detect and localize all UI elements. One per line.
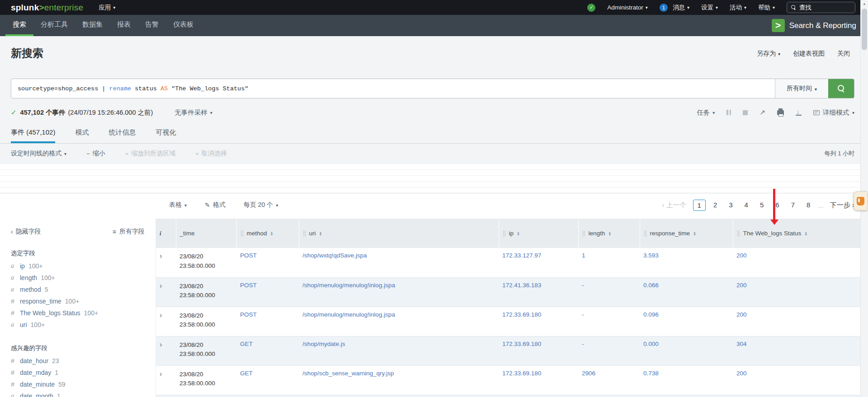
page-action[interactable]: 创建表视图 (793, 50, 825, 58)
method-value[interactable]: GET (240, 370, 253, 377)
scroll-up-arrow[interactable]: ▲ (861, 0, 868, 8)
column-header-_time[interactable]: _time (176, 219, 236, 248)
response-time-value[interactable]: 0.066 (643, 282, 659, 289)
page-number-1[interactable]: 1 (693, 200, 706, 211)
all-fields-button[interactable]: ≡ 所有字段 (113, 228, 145, 236)
export-icon[interactable] (796, 110, 802, 116)
search-mode-menu[interactable]: 详细模式 (813, 108, 854, 117)
appnav-item-数据集[interactable]: 数据集 (75, 15, 110, 36)
histogram-bar[interactable] (324, 192, 354, 192)
histogram-bar[interactable] (168, 192, 198, 192)
appnav-item-分析工具[interactable]: 分析工具 (33, 15, 75, 36)
column-drag-handle[interactable] (737, 230, 740, 237)
histogram-bar[interactable] (292, 192, 323, 192)
table-menu[interactable]: 表格 (169, 201, 187, 209)
time-range-picker[interactable]: 所有时间 (775, 79, 828, 98)
field-item-date_month[interactable]: adate_month1 (11, 390, 145, 397)
ip-value[interactable]: 172.33.69.180 (502, 341, 541, 347)
histogram-bar[interactable] (667, 192, 698, 192)
histogram-bar[interactable] (636, 192, 667, 192)
print-icon[interactable] (777, 110, 784, 115)
tab-统计信息[interactable]: 统计信息 (108, 124, 136, 143)
event-sampling-menu[interactable]: 无事件采样 (175, 108, 212, 117)
histogram-bar[interactable] (823, 192, 854, 192)
histogram-bar[interactable] (730, 192, 760, 192)
response-time-value[interactable]: 0.738 (643, 370, 659, 377)
status-value[interactable]: 200 (736, 311, 747, 318)
field-item-date_hour[interactable]: #date_hour23 (11, 355, 145, 367)
appnav-item-仪表板[interactable]: 仪表板 (166, 15, 201, 36)
histogram-bar[interactable] (137, 192, 167, 192)
column-drag-handle[interactable] (644, 230, 647, 237)
uri-value[interactable]: /shop/menulog/menulog!inlog.jspa (302, 311, 395, 318)
expand-event-button[interactable]: › (156, 277, 176, 307)
histogram-bar[interactable] (43, 192, 74, 192)
zoom-out-button[interactable]: − 缩小 (86, 149, 105, 158)
histogram-bar[interactable] (605, 192, 636, 192)
deselect-button[interactable]: × 取消选择 (195, 149, 227, 158)
histogram-bar[interactable] (480, 192, 510, 192)
response-time-value[interactable]: 3.593 (643, 252, 659, 259)
expand-event-button[interactable]: › (156, 307, 176, 336)
messages-menu[interactable]: 1 消息 (660, 4, 689, 12)
length-value[interactable]: 1 (582, 252, 585, 259)
histogram-bar[interactable] (761, 192, 792, 192)
page-number-2[interactable]: 2 (709, 200, 721, 211)
field-item-response_time[interactable]: #response_time100+ (11, 295, 145, 307)
tab-模式[interactable]: 模式 (75, 124, 89, 143)
tab-可视化[interactable]: 可视化 (156, 124, 176, 143)
status-value[interactable]: 304 (736, 341, 747, 347)
appnav-item-搜索[interactable]: 搜索 (5, 15, 33, 36)
format-menu[interactable]: ✎ 格式 (205, 201, 226, 209)
search-button[interactable] (828, 79, 854, 98)
help-menu[interactable]: 帮助 (758, 4, 775, 12)
floating-extension-widget[interactable] (854, 191, 867, 210)
tab-事件 (457,102)[interactable]: 事件 (457,102) (11, 124, 55, 143)
method-value[interactable]: POST (240, 282, 257, 289)
uri-value[interactable]: /shop/wxtq!qdSave.jspa (302, 252, 367, 259)
activity-menu[interactable]: 活动 (730, 4, 746, 12)
histogram-bar[interactable] (698, 192, 729, 192)
page-number-5[interactable]: 5 (756, 200, 768, 211)
column-header-The Web_logs Status[interactable]: The Web_logs Status▲▼ (733, 219, 868, 248)
histogram-bar[interactable] (511, 192, 542, 192)
page-action[interactable]: 关闭 (837, 50, 850, 58)
histogram-bar[interactable] (261, 192, 292, 192)
length-value[interactable]: 2906 (582, 370, 595, 377)
expand-event-button[interactable]: › (156, 365, 176, 395)
page-number-8[interactable]: 8 (802, 200, 814, 211)
field-item-date_minute[interactable]: #date_minute59 (11, 378, 145, 390)
length-value[interactable]: - (582, 311, 584, 318)
field-item-length[interactable]: alength100+ (11, 272, 145, 284)
appnav-item-报表[interactable]: 报表 (110, 15, 138, 36)
app-menu[interactable]: 应用 (99, 4, 115, 12)
method-value[interactable]: GET (240, 341, 253, 347)
appnav-item-告警[interactable]: 告警 (138, 15, 166, 36)
status-value[interactable]: 200 (736, 370, 747, 377)
expand-event-button[interactable]: › (156, 248, 176, 277)
jobs-menu[interactable]: 任务 (697, 108, 715, 117)
field-item-ip[interactable]: aip100+ (11, 260, 145, 272)
histogram-bar[interactable] (448, 192, 479, 192)
settings-menu[interactable]: 设置 (701, 4, 718, 12)
health-check-icon[interactable]: ✓ (587, 4, 595, 12)
histogram-bar[interactable] (199, 192, 230, 192)
ip-value[interactable]: 172.33.127.97 (502, 252, 541, 259)
status-value[interactable]: 200 (736, 282, 747, 289)
column-header-length[interactable]: length▲▼ (578, 219, 640, 248)
scrollbar-thumb[interactable] (862, 9, 867, 50)
column-header-ip[interactable]: ip▲▼ (499, 219, 578, 248)
column-header-method[interactable]: method▲▼ (236, 219, 299, 248)
histogram-bar[interactable] (105, 192, 136, 192)
ip-value[interactable]: 172.41.36.183 (502, 282, 541, 289)
length-value[interactable]: - (582, 282, 584, 289)
column-drag-handle[interactable] (503, 230, 506, 237)
splunk-logo[interactable]: splunk > enterprise (11, 3, 83, 13)
ip-value[interactable]: 172.33.69.180 (502, 370, 541, 377)
column-drag-handle[interactable] (303, 230, 306, 237)
response-time-value[interactable]: 0.000 (643, 341, 659, 347)
timeline-format-menu[interactable]: 设定时间线的格式 (11, 149, 66, 158)
page-action[interactable]: 另存为 (757, 50, 780, 58)
column-header-uri[interactable]: uri▲▼ (299, 219, 499, 248)
user-menu[interactable]: Administrator (607, 4, 648, 11)
